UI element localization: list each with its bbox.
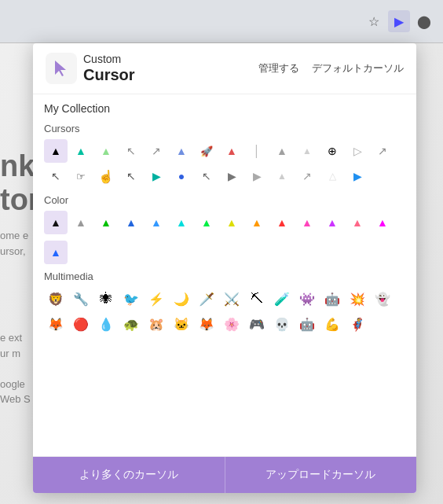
multimedia-cursor-item[interactable]: ⚡ <box>145 287 168 311</box>
cursor-item[interactable]: ▲ <box>295 139 319 163</box>
profile-icon[interactable]: ⬤ <box>413 10 435 32</box>
cursor-item[interactable]: ↖ <box>119 139 143 163</box>
cursor-item[interactable]: ↖ <box>44 164 68 188</box>
color-cursor-item[interactable]: ▲ <box>245 211 269 234</box>
color-cursor-item[interactable]: ▲ <box>270 211 294 234</box>
color-grid: ▲ ▲ ▲ ▲ ▲ ▲ ▲ ▲ ▲ ▲ ▲ ▲ ▲ ▲ <box>44 211 405 234</box>
color-cursor-item[interactable]: ▲ <box>94 211 118 234</box>
cursor-item[interactable]: ▲ <box>220 139 243 163</box>
cursor-item[interactable]: ▲ <box>44 139 68 163</box>
bg-body-text-1: ome eursor, <box>0 228 28 259</box>
multimedia-cursor-item[interactable]: 💥 <box>346 287 369 311</box>
cursor-item[interactable]: ▲ <box>69 139 93 163</box>
cursor-item[interactable]: ↗ <box>295 164 319 188</box>
logo-custom: Custom <box>83 53 135 65</box>
multimedia-cursor-item[interactable]: 🔧 <box>69 287 93 311</box>
svg-marker-0 <box>55 61 66 76</box>
cursor-item[interactable]: △ <box>320 164 344 188</box>
cursor-item[interactable]: ▶ <box>145 164 168 188</box>
cursor-item[interactable]: ▶ <box>220 164 243 188</box>
cursor-item[interactable]: ⊕ <box>320 139 344 163</box>
multimedia-cursor-item[interactable]: 🐦 <box>119 287 143 311</box>
cursor-item[interactable]: 🚀 <box>195 139 218 163</box>
default-cursor-link[interactable]: デフォルトカーソル <box>312 61 404 75</box>
color-cursor-item[interactable]: ▲ <box>346 211 369 234</box>
cursor-item[interactable]: ▶ <box>245 164 269 188</box>
multimedia-cursor-item[interactable]: 👾 <box>295 287 319 311</box>
color-cursor-item[interactable]: ▲ <box>69 211 93 234</box>
color-cursor-item[interactable]: ▲ <box>145 211 168 234</box>
cursor-item[interactable]: ↗ <box>371 139 394 163</box>
color-cursor-item[interactable]: ▲ <box>295 211 319 234</box>
multimedia-cursor-item[interactable]: 🌙 <box>170 287 193 311</box>
my-collection-link[interactable]: My Collection <box>44 102 405 115</box>
multimedia-cursor-item[interactable]: 🤖 <box>295 312 319 336</box>
multimedia-cursor-item[interactable]: 🐹 <box>145 312 168 336</box>
color-cursor-item[interactable]: ▲ <box>119 211 143 234</box>
cursor-item[interactable]: ↗ <box>145 139 168 163</box>
logo-cursor: Cursor <box>83 66 135 83</box>
color-grid-row2: ▲ <box>44 241 405 264</box>
multimedia-cursor-item[interactable]: 💧 <box>94 312 118 336</box>
cursor-item[interactable]: ▲ <box>270 139 294 163</box>
multimedia-cursor-item[interactable]: 🐱 <box>170 312 193 336</box>
header-nav: 管理する デフォルトカーソル <box>258 61 404 75</box>
multimedia-cursor-item[interactable]: 🦸 <box>346 312 369 336</box>
cursor-item[interactable]: ↖ <box>195 164 218 188</box>
multimedia-cursor-item[interactable]: 🦊 <box>195 312 218 336</box>
multimedia-cursor-item[interactable]: 🐢 <box>119 312 143 336</box>
multimedia-cursor-item[interactable]: 🦁 <box>44 287 68 311</box>
cursor-item[interactable]: ● <box>170 164 193 188</box>
multimedia-cursor-item[interactable]: 🧪 <box>270 287 294 311</box>
multimedia-cursor-item[interactable]: 💪 <box>320 312 344 336</box>
color-cursor-item[interactable]: ▲ <box>320 211 344 234</box>
cursor-item[interactable]: ↖ <box>119 164 143 188</box>
star-icon[interactable]: ☆ <box>363 10 385 32</box>
manage-link[interactable]: 管理する <box>258 61 299 75</box>
popup-footer: より多くのカーソル アップロードカーソル <box>33 456 416 493</box>
multimedia-cursor-item[interactable]: 🎮 <box>245 312 269 336</box>
cursor-item[interactable]: ▶ <box>346 164 369 188</box>
multimedia-cursor-item[interactable]: 💀 <box>270 312 294 336</box>
chrome-toolbar: ☆ ▶ ⬤ <box>0 0 443 43</box>
bg-body-text-2: e extur moogleWeb S <box>0 330 31 407</box>
multimedia-cursor-item[interactable]: 🔴 <box>69 312 93 336</box>
color-cursor-item[interactable]: ▲ <box>220 211 243 234</box>
color-cursor-item[interactable]: ▲ <box>170 211 193 234</box>
more-cursors-button[interactable]: より多くのカーソル <box>33 457 225 493</box>
cursor-item[interactable]: ▷ <box>346 139 369 163</box>
color-cursor-item[interactable]: ▲ <box>195 211 218 234</box>
cursor-item[interactable]: ☝ <box>94 164 118 188</box>
color-cursor-item[interactable]: ▲ <box>44 241 68 264</box>
multimedia-cursor-item[interactable]: 🦊 <box>44 312 68 336</box>
cursors-grid: ▲ ▲ ▲ ↖ ↗ ▲ 🚀 ▲ │ ▲ ▲ ⊕ ▷ ↗ ↖ ☞ ☝ ↖ ▶ ● … <box>44 139 405 188</box>
cursor-item[interactable]: │ <box>245 139 269 163</box>
upload-cursor-button[interactable]: アップロードカーソル <box>225 457 417 493</box>
popup-body: My Collection Cursors ▲ ▲ ▲ ↖ ↗ ▲ 🚀 ▲ │ … <box>33 94 416 456</box>
cursors-section-label: Cursors <box>44 123 405 134</box>
multimedia-cursor-item[interactable]: 🤖 <box>320 287 344 311</box>
cursor-item[interactable]: ▲ <box>94 139 118 163</box>
cursor-item[interactable]: ▲ <box>170 139 193 163</box>
logo-text: Custom Cursor <box>83 53 135 83</box>
custom-cursor-popup: Custom Cursor 管理する デフォルトカーソル My Collecti… <box>33 43 416 493</box>
multimedia-cursor-item[interactable]: 🕷 <box>94 287 118 311</box>
multimedia-cursor-item[interactable]: ⛏ <box>245 287 269 311</box>
logo-area: Custom Cursor <box>46 53 135 84</box>
color-cursor-item[interactable]: ▲ <box>44 211 68 234</box>
popup-header: Custom Cursor 管理する デフォルトカーソル <box>33 43 416 94</box>
multimedia-grid: 🦁 🔧 🕷 🐦 ⚡ 🌙 🗡️ ⚔️ ⛏ 🧪 👾 🤖 💥 👻 🦊 🔴 💧 🐢 🐹 … <box>44 287 405 336</box>
color-cursor-item[interactable]: ▲ <box>371 211 394 234</box>
multimedia-cursor-item[interactable]: 🌸 <box>220 312 243 336</box>
cursor-item[interactable]: ☞ <box>69 164 93 188</box>
extension-play-icon[interactable]: ▶ <box>388 10 410 32</box>
multimedia-cursor-item[interactable]: 👻 <box>371 287 394 311</box>
logo-icon <box>46 53 77 84</box>
multimedia-cursor-item[interactable]: 🗡️ <box>195 287 218 311</box>
cursor-item[interactable]: ▲ <box>270 164 294 188</box>
color-section-label: Color <box>44 194 405 206</box>
multimedia-cursor-item[interactable]: ⚔️ <box>220 287 243 311</box>
multimedia-section-label: Multimedia <box>44 270 405 282</box>
